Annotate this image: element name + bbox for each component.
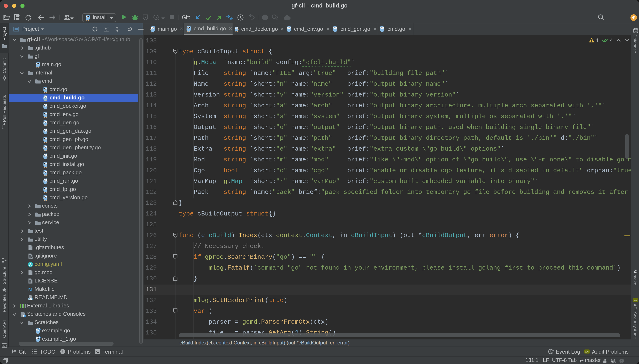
svg-text:API: API — [634, 300, 636, 302]
svg-text:API: API — [585, 351, 589, 353]
